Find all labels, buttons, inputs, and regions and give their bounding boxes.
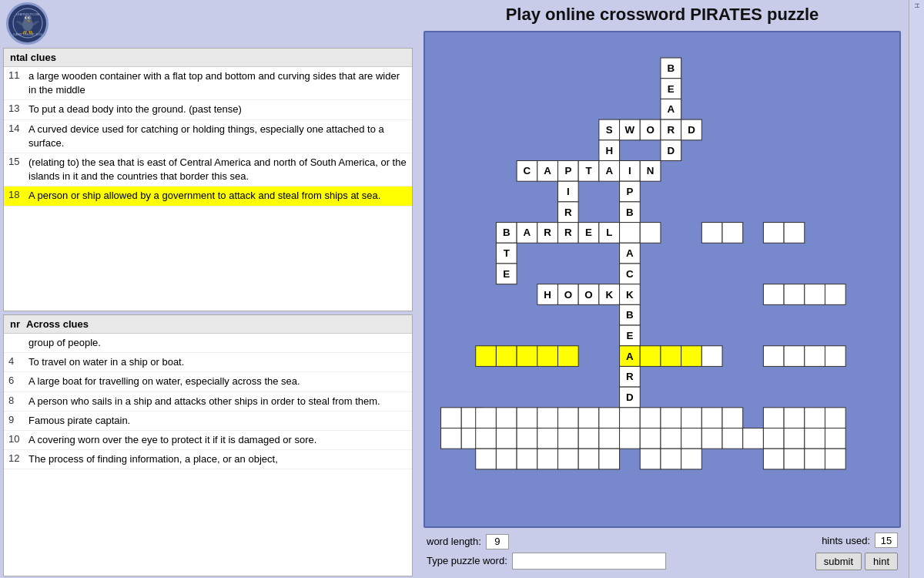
- svg-rect-66: [701, 223, 722, 244]
- clue-text-h15: (relating to) the sea that is east of Ce…: [28, 156, 407, 183]
- svg-rect-147: [537, 449, 558, 469]
- svg-rect-67: [722, 223, 743, 244]
- clue-num-h14: 14: [8, 123, 24, 134]
- across-clues-list[interactable]: nr Across clues group of people. 4 To tr…: [3, 314, 413, 576]
- svg-rect-158: [763, 223, 784, 244]
- svg-rect-155: [784, 449, 805, 469]
- submit-button[interactable]: submit: [815, 553, 862, 570]
- clue-num-a10: 10: [8, 433, 24, 445]
- clue-item-a6[interactable]: 6 A large boat for travelling on water, …: [4, 372, 412, 391]
- svg-text:O: O: [646, 124, 654, 136]
- puzzle-title: Play online crossword PIRATES puzzle: [424, 5, 901, 25]
- svg-rect-160: [763, 284, 784, 305]
- svg-text:W: W: [625, 124, 635, 136]
- svg-text:O: O: [564, 289, 572, 301]
- clue-item-h13[interactable]: 13 To put a dead body into the ground. (…: [4, 100, 412, 119]
- clue-item-h15[interactable]: 15 (relating to) the sea that is east of…: [4, 153, 412, 187]
- bottom-left: word length: 9 Type puzzle word:: [427, 534, 666, 570]
- type-row: Type puzzle word:: [427, 553, 666, 570]
- clue-item-a4[interactable]: 4 To travel on water in a ship or boat.: [4, 353, 412, 372]
- svg-rect-137: [701, 428, 722, 449]
- svg-rect-93: [537, 346, 558, 367]
- clue-item-h11[interactable]: 11 a large wooden container with a flat …: [4, 67, 412, 100]
- svg-text:T: T: [504, 247, 510, 259]
- svg-rect-140: [763, 428, 784, 449]
- svg-text:A: A: [605, 165, 613, 176]
- svg-rect-64: [620, 223, 641, 244]
- svg-rect-148: [557, 449, 578, 469]
- svg-rect-115: [640, 408, 661, 428]
- svg-text:D: D: [626, 391, 634, 403]
- svg-rect-159: [784, 223, 805, 244]
- svg-text:R: R: [667, 124, 675, 136]
- clue-text-a10: A covering worn over the eye to protect …: [28, 433, 407, 447]
- clue-num-a8: 8: [8, 395, 24, 406]
- hint-side-panel: H: [909, 0, 924, 578]
- svg-rect-109: [517, 408, 537, 428]
- hint-button[interactable]: hint: [865, 553, 898, 570]
- word-length-label: word length:: [427, 536, 481, 547]
- svg-rect-114: [620, 408, 641, 428]
- svg-text:E: E: [626, 330, 633, 341]
- clue-item-h18[interactable]: 18 A person or ship allowed by a governm…: [4, 187, 412, 206]
- right-panel: Play online crossword PIRATES puzzle .gc…: [416, 0, 909, 578]
- action-buttons: submit hint: [815, 553, 898, 570]
- clue-num-a12: 12: [8, 452, 24, 464]
- svg-rect-94: [557, 346, 578, 367]
- svg-rect-164: [763, 346, 784, 367]
- clue-text-h13: To put a dead body into the ground. (pas…: [28, 102, 407, 116]
- clue-item-a12[interactable]: 12 The process of finding information, a…: [4, 450, 412, 469]
- horizontal-header-label: ntal clues: [10, 52, 56, 63]
- svg-rect-146: [517, 449, 537, 469]
- svg-rect-145: [496, 449, 517, 469]
- clue-num-h13: 13: [8, 102, 24, 114]
- bottom-right: hints used: 15 submit hint: [815, 533, 898, 570]
- svg-rect-107: [476, 408, 497, 428]
- svg-rect-130: [557, 428, 578, 449]
- svg-rect-152: [661, 449, 681, 469]
- svg-rect-118: [701, 408, 722, 428]
- clue-item-a9[interactable]: 9 Famous pirate captain.: [4, 412, 412, 431]
- type-puzzle-input[interactable]: [512, 553, 666, 570]
- svg-point-8: [28, 17, 30, 18]
- svg-rect-105: [441, 408, 462, 428]
- svg-rect-150: [599, 449, 620, 469]
- svg-rect-128: [517, 428, 537, 449]
- clue-item-a8[interactable]: 8 A person who sails in a ship and attac…: [4, 392, 412, 412]
- svg-rect-139: [743, 428, 764, 449]
- svg-text:I: I: [567, 186, 570, 197]
- logo: LEARNPUTCOM GAME ONLINE 2024: [6, 2, 49, 45]
- clue-item-a10[interactable]: 10 A covering worn over the eye to prote…: [4, 431, 412, 450]
- word-length-value: 9: [486, 534, 509, 549]
- logo-area: LEARNPUTCOM GAME ONLINE 2024: [0, 0, 416, 46]
- svg-rect-133: [620, 428, 641, 449]
- svg-text:S: S: [606, 124, 613, 136]
- svg-rect-108: [496, 408, 517, 428]
- svg-text:D: D: [688, 124, 695, 136]
- across-clues-header: nr Across clues: [4, 315, 412, 334]
- clue-text-h14: A curved device used for catching or hol…: [28, 123, 407, 150]
- crossword-area[interactable]: .gcell { fill: white; stroke: #333; stro…: [424, 31, 901, 528]
- clue-item-h14[interactable]: 14 A curved device used for catching or …: [4, 120, 412, 153]
- horizontal-clues-list[interactable]: ntal clues 11 a large wooden container w…: [3, 48, 413, 311]
- svg-text:C: C: [524, 165, 531, 176]
- svg-rect-141: [784, 428, 805, 449]
- svg-rect-126: [476, 428, 497, 449]
- svg-rect-98: [661, 346, 681, 367]
- svg-rect-138: [722, 428, 743, 449]
- clue-num-h11: 11: [8, 69, 24, 81]
- svg-text:R: R: [564, 227, 572, 238]
- svg-rect-149: [578, 449, 599, 469]
- clue-text-a4: To travel on water in a ship or boat.: [28, 355, 407, 369]
- clue-item-a-group[interactable]: group of people.: [4, 334, 412, 353]
- svg-text:P: P: [626, 186, 633, 197]
- svg-rect-90: [476, 346, 497, 367]
- svg-rect-124: [441, 428, 462, 449]
- svg-rect-113: [599, 408, 620, 428]
- svg-rect-153: [681, 449, 702, 469]
- horizontal-clues-section: ntal clues 11 a large wooden container w…: [0, 46, 416, 578]
- svg-rect-127: [496, 428, 517, 449]
- svg-rect-163: [825, 284, 845, 305]
- svg-text:R: R: [564, 207, 572, 218]
- svg-point-7: [25, 17, 27, 18]
